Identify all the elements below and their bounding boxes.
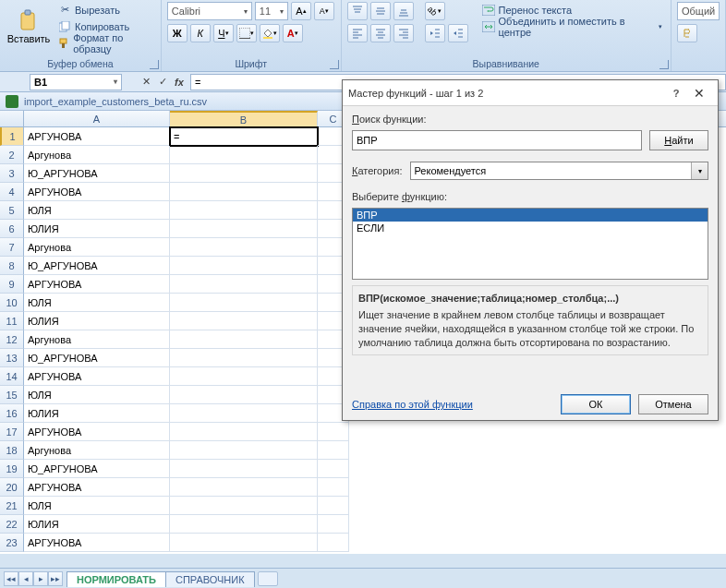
cell[interactable]: ЮЛЯ (24, 386, 170, 404)
cell[interactable] (170, 497, 318, 515)
number-format-combo[interactable]: Общий (677, 2, 720, 20)
cell[interactable] (170, 257, 318, 275)
align-right-button[interactable] (393, 24, 414, 42)
row-header[interactable]: 6 (0, 220, 24, 238)
dialog-titlebar[interactable]: Мастер функций - шаг 1 из 2 ? ✕ (343, 80, 718, 106)
cell[interactable]: ЮЛИЯ (24, 312, 170, 330)
cell[interactable]: Аргунова (24, 238, 170, 257)
cell[interactable] (318, 515, 349, 534)
tab-nav-last[interactable]: ▸▸ (48, 571, 63, 586)
cell[interactable] (170, 164, 318, 183)
font-color-button[interactable]: A▾ (283, 24, 303, 42)
cell[interactable]: АРГУНОВА (24, 127, 170, 146)
cell[interactable] (170, 146, 318, 164)
row-header[interactable]: 16 (0, 404, 24, 423)
cell[interactable]: = (170, 127, 318, 146)
row-header[interactable]: 14 (0, 367, 24, 386)
cell[interactable]: АРГУНОВА (24, 183, 170, 201)
dialog-launcher-icon[interactable] (330, 60, 339, 69)
row-header[interactable]: 9 (0, 275, 24, 294)
row-header[interactable]: 22 (0, 515, 24, 534)
sheet-tab-active[interactable]: НОРМИРОВАТЬ (67, 571, 166, 587)
function-option[interactable]: ВПР (353, 209, 708, 222)
cell[interactable] (318, 534, 349, 552)
insert-function-button[interactable]: fx (172, 75, 187, 90)
align-bottom-button[interactable] (393, 2, 414, 20)
cell[interactable] (318, 497, 349, 515)
align-top-button[interactable] (347, 2, 368, 20)
cell[interactable]: ЮЛИЯ (24, 404, 170, 423)
cell[interactable]: АРГУНОВА (24, 367, 170, 386)
row-header[interactable]: 7 (0, 238, 24, 257)
cell[interactable] (170, 460, 318, 478)
cell[interactable] (170, 386, 318, 404)
align-middle-button[interactable] (370, 2, 391, 20)
orientation-button[interactable]: ab▾ (425, 2, 445, 20)
row-header[interactable]: 3 (0, 164, 24, 183)
cell[interactable] (170, 238, 318, 257)
align-center-button[interactable] (370, 24, 391, 42)
cell[interactable] (170, 515, 318, 534)
sheet-tab-other[interactable]: СПРАВОЧНИК (165, 571, 255, 587)
grow-font-button[interactable]: A▴ (291, 2, 311, 20)
row-header[interactable]: 15 (0, 386, 24, 404)
cell[interactable] (170, 220, 318, 238)
row-header[interactable]: 12 (0, 330, 24, 349)
row-header[interactable]: 18 (0, 441, 24, 460)
cell[interactable]: Аргунова (24, 330, 170, 349)
bold-button[interactable]: Ж (167, 24, 188, 42)
cell[interactable] (170, 201, 318, 220)
name-box[interactable]: B1 ▾ (30, 74, 122, 90)
new-sheet-button[interactable] (258, 571, 278, 586)
function-listbox[interactable]: ВПРЕСЛИ (352, 208, 708, 280)
cell[interactable] (170, 294, 318, 312)
cell[interactable] (170, 183, 318, 201)
align-left-button[interactable] (347, 24, 368, 42)
cell[interactable] (318, 460, 349, 478)
cell[interactable] (170, 404, 318, 423)
fill-color-button[interactable]: ▾ (260, 24, 280, 42)
row-header[interactable]: 8 (0, 257, 24, 275)
paste-button[interactable]: Вставить (6, 2, 52, 52)
accept-formula-button[interactable]: ✓ (155, 75, 170, 90)
row-header[interactable]: 10 (0, 294, 24, 312)
row-header[interactable]: 23 (0, 534, 24, 552)
ok-button[interactable]: ОК (561, 394, 631, 414)
tab-nav-first[interactable]: ◂◂ (4, 571, 18, 586)
cell[interactable]: Ю_АРГУНОВА (24, 257, 170, 275)
format-painter-button[interactable]: Формат по образцу (55, 35, 155, 51)
shrink-font-button[interactable]: A▾ (314, 2, 334, 20)
font-name-combo[interactable]: Calibri▾ (167, 2, 252, 20)
cell[interactable]: ЮЛЯ (24, 294, 170, 312)
row-header[interactable]: 2 (0, 146, 24, 164)
row-header[interactable]: 4 (0, 183, 24, 201)
cell[interactable]: Аргунова (24, 441, 170, 460)
function-help-link[interactable]: Справка по этой функции (352, 399, 473, 410)
cancel-formula-button[interactable]: ✕ (139, 75, 153, 90)
cell[interactable]: ЮЛИЯ (24, 515, 170, 534)
cell[interactable]: Ю_АРГУНОВА (24, 349, 170, 367)
italic-button[interactable]: К (190, 24, 211, 42)
decrease-indent-button[interactable] (425, 24, 445, 42)
column-header[interactable]: B (170, 111, 318, 126)
increase-indent-button[interactable] (448, 24, 468, 42)
find-button[interactable]: Найти (649, 130, 708, 150)
underline-button[interactable]: Ч▾ (213, 24, 234, 42)
cell[interactable] (170, 349, 318, 367)
cell[interactable] (318, 423, 349, 441)
cell[interactable] (170, 534, 318, 552)
currency-button[interactable] (677, 24, 697, 42)
search-function-input[interactable]: ВПР (352, 130, 642, 150)
tab-nav-next[interactable]: ▸ (33, 571, 48, 586)
row-header[interactable]: 17 (0, 423, 24, 441)
row-header[interactable]: 21 (0, 497, 24, 515)
cell[interactable]: АРГУНОВА (24, 534, 170, 552)
tab-nav-prev[interactable]: ◂ (18, 571, 33, 586)
cell[interactable]: Аргунова (24, 146, 170, 164)
row-header[interactable]: 1 (0, 127, 24, 146)
column-header[interactable]: A (24, 111, 170, 126)
category-select[interactable]: Рекомендуется ▾ (410, 162, 709, 180)
font-size-combo[interactable]: 11▾ (255, 2, 288, 20)
cell[interactable] (170, 275, 318, 294)
cell[interactable] (170, 330, 318, 349)
